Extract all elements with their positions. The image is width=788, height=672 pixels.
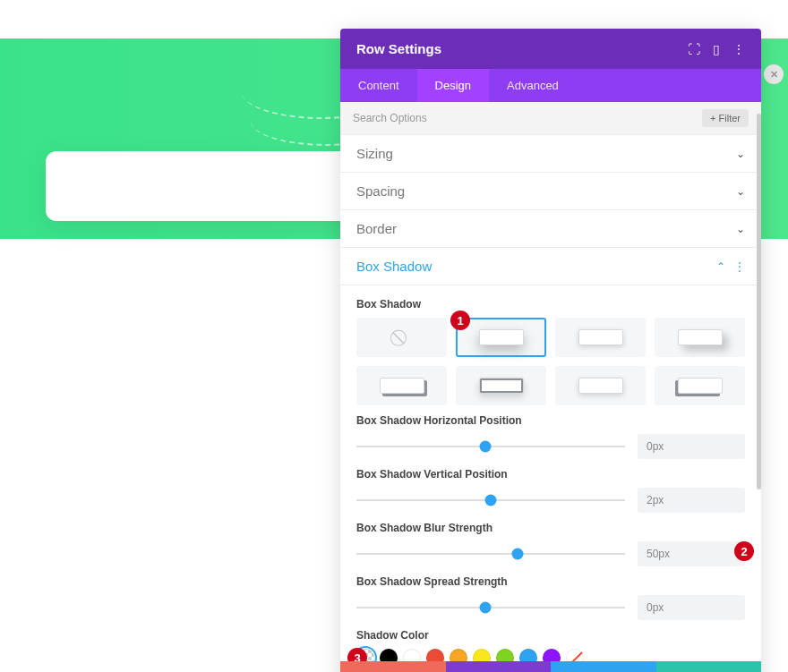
tabs: Content Design Advanced xyxy=(340,69,761,102)
field-label: Box Shadow xyxy=(356,298,745,310)
slider-horizontal: 0px xyxy=(356,434,745,459)
section-label: Box Shadow xyxy=(356,259,432,274)
field-label: Box Shadow Spread Strength xyxy=(356,575,745,588)
tab-design[interactable]: Design xyxy=(417,69,489,102)
swatch-yellow[interactable] xyxy=(473,649,491,661)
annotation-badge-1: 1 xyxy=(450,310,470,330)
settings-panel: Row Settings ⛶ ▯ ⋮ Content Design Advanc… xyxy=(340,29,761,672)
tab-advanced[interactable]: Advanced xyxy=(489,69,577,102)
annotation-badge-2: 2 xyxy=(734,541,754,561)
search-row: Search Options + Filter xyxy=(340,102,761,135)
preset-preview xyxy=(678,378,723,394)
close-overlay-icon[interactable]: ✕ xyxy=(764,64,784,84)
slider-track[interactable] xyxy=(356,545,625,563)
filter-label: Filter xyxy=(719,113,741,123)
field-label: Box Shadow Vertical Position xyxy=(356,468,745,481)
expand-icon[interactable]: ⛶ xyxy=(688,42,700,56)
save-button[interactable]: ✔ xyxy=(656,661,762,672)
layout-icon[interactable]: ▯ xyxy=(713,42,720,56)
box-shadow-body: Box Shadow ⃠ 1 Box Shadow Horizontal Pos… xyxy=(340,285,761,661)
panel-footer: ✖ ↺ ↻ ✔ xyxy=(340,661,761,672)
kebab-icon[interactable]: ⋮ xyxy=(734,260,745,273)
section-border[interactable]: Border ⌄ xyxy=(340,210,761,248)
chevron-down-icon: ⌄ xyxy=(736,148,745,160)
kebab-icon[interactable]: ⋮ xyxy=(732,42,745,56)
slider-thumb[interactable] xyxy=(512,549,524,560)
color-swatches: 3 xyxy=(356,649,745,661)
value-input[interactable]: 0px xyxy=(638,434,745,459)
field-label: Box Shadow Blur Strength xyxy=(356,522,745,534)
preset-soft[interactable]: 1 xyxy=(456,318,546,357)
chevron-down-icon: ⌄ xyxy=(736,185,745,198)
section-actions: ⌃ ⋮ xyxy=(716,260,745,273)
preset-offset[interactable] xyxy=(655,318,745,357)
panel-header: Row Settings ⛶ ▯ ⋮ xyxy=(340,29,761,69)
slider-track[interactable] xyxy=(356,491,625,509)
undo-button[interactable]: ↺ xyxy=(446,661,552,672)
swatch-none[interactable] xyxy=(566,649,584,661)
tab-content[interactable]: Content xyxy=(340,69,417,102)
panel-header-actions: ⛶ ▯ ⋮ xyxy=(688,42,745,56)
preset-preview xyxy=(578,329,623,345)
preset-light-2[interactable] xyxy=(555,366,646,405)
preset-preview xyxy=(479,378,524,394)
section-sizing[interactable]: Sizing ⌄ xyxy=(340,135,761,173)
slider-thumb[interactable] xyxy=(480,602,492,614)
preset-light[interactable] xyxy=(555,318,646,357)
field-label: Shadow Color xyxy=(356,629,745,642)
slider-thumb[interactable] xyxy=(485,495,497,506)
swatch-green[interactable] xyxy=(496,649,514,661)
annotation-badge-3: 3 xyxy=(347,648,367,661)
preset-preview xyxy=(380,378,424,394)
preset-outline[interactable] xyxy=(456,366,546,405)
section-box-shadow[interactable]: Box Shadow ⌃ ⋮ xyxy=(340,248,761,285)
shadow-presets: ⃠ 1 xyxy=(356,318,745,405)
field-label: Box Shadow Horizontal Position xyxy=(356,414,745,427)
swatch-white[interactable] xyxy=(403,649,421,661)
slider-blur: 50px 2 xyxy=(356,541,745,566)
section-label: Spacing xyxy=(356,183,405,199)
value-input[interactable]: 50px xyxy=(638,541,745,566)
slider-track[interactable] xyxy=(356,438,625,455)
section-spacing[interactable]: Spacing ⌄ xyxy=(340,173,761,210)
value-input[interactable]: 2px xyxy=(638,488,745,513)
panel-title: Row Settings xyxy=(356,41,441,56)
preset-preview xyxy=(678,329,723,345)
swatch-black[interactable] xyxy=(380,649,398,661)
preset-none[interactable]: ⃠ xyxy=(356,318,447,357)
preset-hard-right[interactable] xyxy=(356,366,447,405)
chevron-up-icon[interactable]: ⌃ xyxy=(716,260,725,273)
chevron-down-icon: ⌄ xyxy=(736,223,745,235)
swatch-blue[interactable] xyxy=(519,649,537,661)
slider-track[interactable] xyxy=(356,599,625,617)
value-input[interactable]: 0px xyxy=(638,595,745,620)
preset-preview xyxy=(578,378,623,394)
swatch-purple[interactable] xyxy=(543,649,561,661)
swatch-red[interactable] xyxy=(426,649,444,661)
preset-preview xyxy=(479,329,524,345)
cancel-button[interactable]: ✖ xyxy=(340,661,446,672)
scrollbar[interactable] xyxy=(757,114,761,489)
slider-vertical: 2px xyxy=(356,488,745,513)
swatch-orange[interactable] xyxy=(450,649,467,661)
filter-button[interactable]: + Filter xyxy=(702,109,749,127)
section-label: Border xyxy=(356,221,397,236)
slider-thumb[interactable] xyxy=(480,441,492,453)
slider-spread: 0px xyxy=(356,595,745,620)
search-input[interactable]: Search Options xyxy=(353,112,427,124)
section-label: Sizing xyxy=(356,146,393,161)
redo-button[interactable]: ↻ xyxy=(551,661,656,672)
preset-hard-left[interactable] xyxy=(655,366,745,405)
